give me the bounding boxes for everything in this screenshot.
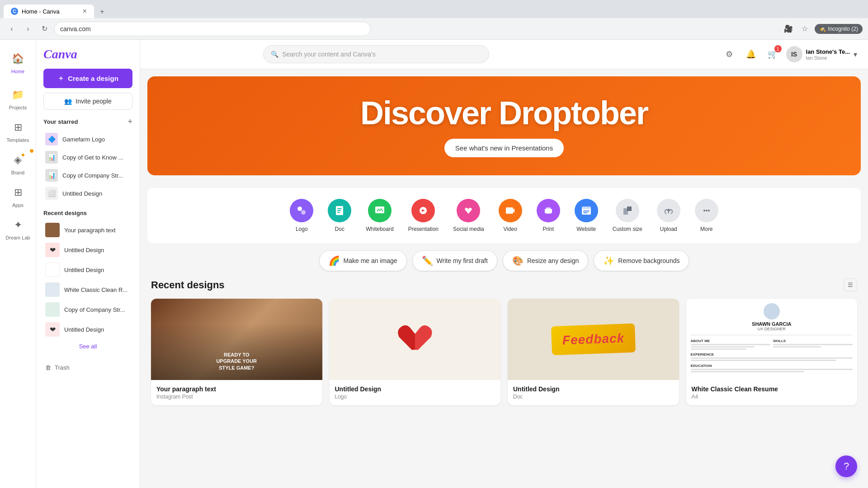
app-container: 🏠 Home 📁 Projects ⊞ Templates ◈ Brand ⊞ … <box>0 40 868 488</box>
svg-point-1 <box>301 210 306 215</box>
recent-thumb-0 <box>45 223 60 237</box>
design-card-3[interactable]: SHAWN GARCIA UX DESIGNER ABOUT ME <box>686 299 858 405</box>
write-draft-btn[interactable]: ✏️ Write my first draft <box>412 250 497 271</box>
camera-off-icon[interactable]: 🎥 <box>782 23 795 35</box>
starred-icon-0: 🔷 <box>45 133 58 145</box>
recent-item-3[interactable]: White Classic Clean R... <box>43 280 132 300</box>
user-avatar[interactable]: IS Ian Stone's Te... Ian Stone ▾ <box>786 46 857 62</box>
starred-item-0[interactable]: 🔷 Gamefarm Logo <box>43 130 132 148</box>
sidebar-label-projects: Projects <box>9 105 27 110</box>
type-custom-size[interactable]: Custom size <box>607 195 648 236</box>
resize-design-btn[interactable]: 🎨 Resize any design <box>503 250 588 271</box>
type-social-media[interactable]: Social media <box>448 195 490 236</box>
type-doc[interactable]: Doc <box>322 195 357 236</box>
tab-close-btn[interactable]: × <box>83 7 87 15</box>
starred-add-btn[interactable]: + <box>127 117 132 127</box>
make-image-icon: 🌈 <box>329 255 340 266</box>
type-upload[interactable]: Upload <box>651 195 686 236</box>
recent-name-1: Untitled Design <box>64 247 104 253</box>
designs-grid: READY TOUPGRADE YOURSTYLE GAME? Your par… <box>151 299 857 405</box>
templates-icon: ⊞ <box>10 119 26 136</box>
starred-icon-1: 📊 <box>45 151 58 164</box>
search-icon: 🔍 <box>271 51 278 58</box>
doc-icon <box>328 199 351 222</box>
sidebar-item-projects[interactable]: 📁 Projects <box>2 83 34 114</box>
main-content: 🔍 Search your content and Canva's ⚙ 🔔 🛒 … <box>140 40 868 488</box>
back-btn[interactable]: ‹ <box>5 23 18 35</box>
help-button[interactable]: ? <box>835 455 857 477</box>
design-name-1: Untitled Design <box>335 385 495 393</box>
settings-btn[interactable]: ⚙ <box>721 46 737 62</box>
remove-bg-btn[interactable]: ✨ Remove backgrounds <box>594 250 689 271</box>
recent-title-sidebar: Recent designs <box>43 210 87 216</box>
incognito-badge: 🕵 Incognito (2) <box>815 24 863 34</box>
svg-rect-16 <box>583 211 590 211</box>
create-design-button[interactable]: ＋ Create a design <box>43 69 132 88</box>
design-card-1[interactable]: Untitled Design Logo <box>330 299 501 405</box>
starred-item-3[interactable]: ⬜ Untitled Design <box>43 184 132 202</box>
whiteboard-icon <box>368 199 392 222</box>
type-presentation[interactable]: Presentation <box>403 195 444 236</box>
svg-point-22 <box>708 210 710 211</box>
custom-size-icon <box>616 199 639 222</box>
new-tab-btn[interactable]: + <box>96 5 108 18</box>
svg-rect-5 <box>337 212 340 213</box>
make-image-btn[interactable]: 🌈 Make me an image <box>319 250 407 271</box>
sidebar: 🏠 Home 📁 Projects ⊞ Templates ◈ Brand ⊞ … <box>0 40 36 488</box>
trash-label: Trash <box>55 364 70 371</box>
canva-logo: Canva <box>43 47 132 61</box>
more-icon <box>695 199 718 222</box>
tab-favicon: C <box>11 8 18 15</box>
type-website[interactable]: Website <box>569 195 604 236</box>
see-all-btn[interactable]: See all <box>43 343 132 350</box>
active-tab[interactable]: C Home - Canva × <box>4 5 94 18</box>
sidebar-item-apps[interactable]: ⊞ Apps <box>2 181 34 211</box>
cart-btn[interactable]: 🛒 <box>764 46 781 62</box>
design-info-0: Your paragraph text Instagram Post <box>151 380 322 405</box>
starred-icon-2: 📊 <box>45 169 58 182</box>
trash-btn[interactable]: 🗑 Trash <box>43 357 132 375</box>
hero-cta-button[interactable]: See what's new in Presentations <box>444 139 564 157</box>
svg-rect-17 <box>583 212 588 213</box>
type-more[interactable]: More <box>689 195 724 236</box>
type-logo[interactable]: Logo <box>284 195 319 236</box>
type-whiteboard[interactable]: Whiteboard <box>360 195 399 236</box>
forward-btn[interactable]: › <box>22 23 34 35</box>
starred-item-name-3: Untitled Design <box>62 190 102 197</box>
search-bar[interactable]: 🔍 Search your content and Canva's <box>263 45 489 63</box>
make-image-label: Make me an image <box>344 257 397 264</box>
design-card-2[interactable]: Feedback Untitled Design Doc <box>508 299 679 405</box>
header-actions: ⚙ 🔔 🛒 IS Ian Stone's Te... Ian Stone ▾ <box>721 46 857 62</box>
invite-people-button[interactable]: 👥 Invite people <box>43 93 132 110</box>
resize-design-icon: 🎨 <box>512 255 524 266</box>
design-card-0[interactable]: READY TOUPGRADE YOURSTYLE GAME? Your par… <box>151 299 322 405</box>
starred-item-2[interactable]: 📊 Copy of Company Str... <box>43 166 132 184</box>
svg-marker-10 <box>513 208 514 213</box>
design-info-2: Untitled Design Doc <box>508 380 679 405</box>
sidebar-item-dreamlab[interactable]: ✦ Dream Lab <box>2 213 34 244</box>
design-type-1: Logo <box>335 394 495 400</box>
recent-item-5[interactable]: ❤ Untitled Design <box>43 319 132 339</box>
recent-item-1[interactable]: ❤ Untitled Design <box>43 240 132 260</box>
bookmark-btn[interactable]: ☆ <box>798 23 811 35</box>
type-video[interactable]: Video <box>493 195 528 236</box>
remove-bg-icon: ✨ <box>603 255 614 266</box>
notifications-btn[interactable]: 🔔 <box>743 46 759 62</box>
svg-rect-4 <box>337 210 341 211</box>
sidebar-item-brand[interactable]: ◈ Brand <box>2 148 34 179</box>
sidebar-item-home[interactable]: 🏠 Home <box>2 47 34 78</box>
address-bar[interactable]: canva.com <box>54 22 371 36</box>
recent-item-4[interactable]: Copy of Company Str... <box>43 300 132 319</box>
dreamlab-icon: ✦ <box>10 217 26 233</box>
list-view-toggle[interactable]: ☰ <box>844 278 857 291</box>
recent-name-4: Copy of Company Str... <box>64 306 125 313</box>
starred-item-name-2: Copy of Company Str... <box>62 172 123 179</box>
reload-btn[interactable]: ↻ <box>38 23 51 35</box>
recent-item-0[interactable]: Your paragraph text <box>43 220 132 240</box>
sidebar-item-templates[interactable]: ⊞ Templates <box>2 116 34 146</box>
apps-icon: ⊞ <box>10 184 26 201</box>
starred-item-1[interactable]: 📊 Copy of Get to Know ... <box>43 148 132 166</box>
design-info-3: White Classic Clean Resume A4 <box>686 380 858 405</box>
type-print[interactable]: Print <box>531 195 566 236</box>
recent-item-2[interactable]: Untitled Design <box>43 260 132 280</box>
